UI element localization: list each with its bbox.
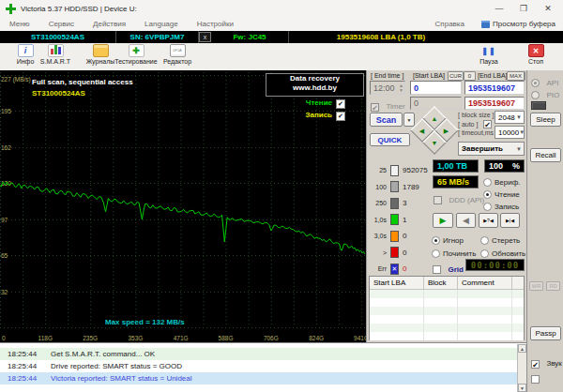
end-lba-field[interactable]: 1953519607 (464, 81, 525, 95)
random-seek-button[interactable]: ▶?◀ (479, 213, 498, 228)
activity-led (531, 101, 546, 110)
band-x-button[interactable]: x (199, 32, 211, 42)
defect-table[interactable]: Start LBA Block Comment (369, 276, 525, 340)
stat-count: 952075 (403, 166, 428, 174)
sound-checkbox[interactable]: ✔ (531, 360, 540, 369)
timer-checkbox[interactable]: ✔ (371, 103, 379, 112)
log-row[interactable] (0, 384, 517, 392)
start-lba-field[interactable]: 0 (410, 81, 462, 95)
table-row[interactable] (370, 315, 524, 324)
drive-serial: SN: 6VPBPJM7 (116, 31, 199, 43)
chevron-down-icon: ▼ (519, 129, 526, 135)
ddd-checkbox-group[interactable]: DDD (API) (434, 191, 484, 208)
progress-display: 100% (484, 159, 525, 173)
sound-label: Звук (546, 359, 561, 368)
end-lba-field2: 1953519607 (464, 97, 525, 110)
radio-icon[interactable] (432, 249, 440, 258)
recall-button[interactable]: Recall (530, 148, 561, 162)
log-row[interactable]: 18:25:44Get S.M.A.R.T. command... OK (0, 348, 517, 360)
svg-text:353G: 353G (128, 335, 143, 341)
smart-button[interactable]: S.M.A.R.T (32, 44, 79, 69)
park-button[interactable]: ▶|◀ (500, 213, 520, 228)
table-row[interactable] (370, 307, 524, 315)
menu-settings[interactable]: Настройки (188, 20, 243, 28)
stat-row: 3,0s0 (370, 230, 440, 242)
minimize-button[interactable]: — (494, 4, 505, 13)
svg-text:32: 32 (1, 289, 8, 295)
stop-button[interactable]: ✕ Стоп (512, 44, 559, 69)
window-title: Victoria 5.37 HDD/SSD | Device U: (21, 5, 137, 13)
back-button[interactable]: ◀ (456, 213, 476, 228)
error-x-icon: ✕ (390, 264, 399, 275)
log-row[interactable]: 18:25:44Victoria reported: SMART status … (0, 372, 517, 384)
max-speed-note: Max speed = 132 MB/s (105, 318, 185, 327)
testing-button[interactable]: ✚ Тестирование (113, 44, 160, 69)
ddd-checkbox[interactable] (434, 196, 442, 204)
menu-service[interactable]: Сервис (39, 20, 84, 28)
sleep-button[interactable]: Sleep (530, 113, 561, 127)
pio-radio[interactable] (531, 91, 540, 99)
radio-icon[interactable] (480, 236, 489, 245)
log-row[interactable]: 18:25:44Drive reported: SMART status = G… (0, 360, 517, 372)
col-block: Block (424, 277, 458, 289)
log-time: 18:25:44 (0, 362, 43, 370)
read-curve-label: Чтение (289, 98, 332, 108)
start-lba-cur-button[interactable]: CUR (448, 71, 464, 81)
buffer-view-button[interactable]: Просмотр буфера (474, 20, 563, 28)
radio-icon[interactable] (483, 203, 492, 211)
start-button[interactable]: ▶ (433, 213, 453, 228)
grid-checkbox[interactable] (433, 265, 441, 274)
defect-table-body (370, 290, 524, 340)
pause-button[interactable]: ❚❚ Пауза (465, 44, 512, 69)
radio-icon[interactable] (432, 236, 440, 245)
editor-button[interactable]: 0F1A Редактор (154, 44, 201, 69)
speed-graph: 227 (MB/s)1951621309765320118G235G353G47… (0, 70, 366, 342)
stat-label: 1,0s (370, 217, 387, 223)
end-time-spinner[interactable]: 12:00▲▼ (370, 81, 405, 95)
auto-checkbox[interactable]: ✔ (483, 120, 492, 128)
menu-actions[interactable]: Действия (84, 20, 135, 28)
log-text: Get S.M.A.R.T. command... OK (43, 350, 155, 358)
event-log: 18:25:44Get S.M.A.R.T. command... OK18:2… (0, 342, 526, 392)
write-curve-label: Запись (289, 111, 332, 120)
maximize-button[interactable]: ❐ (518, 4, 529, 13)
table-row[interactable] (370, 298, 524, 307)
menu-menu[interactable]: Меню (0, 20, 39, 28)
info-icon: i (18, 44, 34, 57)
plus-icon: ✚ (129, 44, 145, 57)
stat-row: >0 (370, 247, 440, 259)
sound-checkbox-group[interactable]: ✔ Звук (531, 354, 562, 371)
table-row[interactable] (370, 332, 524, 340)
passport-button[interactable]: Passp (530, 326, 561, 340)
finish-action-combo[interactable]: Завершить▼ (458, 142, 525, 156)
block-size-combo[interactable]: 2048▼ (495, 111, 525, 124)
radio-icon[interactable] (480, 249, 489, 258)
scroll-up-icon[interactable]: ▲ (518, 344, 526, 353)
control-panel: [ End time ] [Start LBA] CUR 0 [End LBA]… (366, 70, 526, 342)
hints-checkbox-group[interactable]: Hints (531, 370, 563, 392)
hints-checkbox[interactable] (531, 375, 540, 384)
close-button[interactable]: ✕ (542, 4, 554, 13)
svg-text:97: 97 (1, 217, 8, 223)
end-lba-max-button[interactable]: MAX (507, 71, 525, 81)
scroll-down-icon[interactable]: ▼ (518, 384, 526, 392)
menu-help[interactable]: Справка (426, 20, 474, 28)
svg-text:824G: 824G (309, 335, 324, 341)
menu-language[interactable]: Language (135, 20, 188, 28)
quick-button[interactable]: QUICK (370, 133, 410, 146)
timeout-combo[interactable]: 10000▼ (495, 126, 525, 139)
write-curve-checkbox[interactable]: ✔ (336, 112, 345, 121)
stat-color-swatch (390, 231, 399, 242)
log-scrollbar[interactable]: ▲ ▼ (517, 344, 526, 392)
start-lba-zero-button[interactable]: 0 (464, 71, 476, 81)
pio-label: PIO (546, 91, 559, 99)
scan-button[interactable]: Scan (370, 113, 403, 127)
rd-button[interactable]: RD (546, 281, 560, 291)
head-positioning-pad: ▲ ◀ ▶ ▼ (414, 110, 455, 151)
stat-label: 250 (370, 200, 387, 206)
table-row[interactable] (370, 324, 524, 332)
table-row[interactable] (370, 290, 524, 298)
svg-text:195: 195 (1, 108, 11, 114)
read-curve-checkbox[interactable]: ✔ (336, 99, 345, 109)
wr-button[interactable]: WR (529, 281, 543, 291)
